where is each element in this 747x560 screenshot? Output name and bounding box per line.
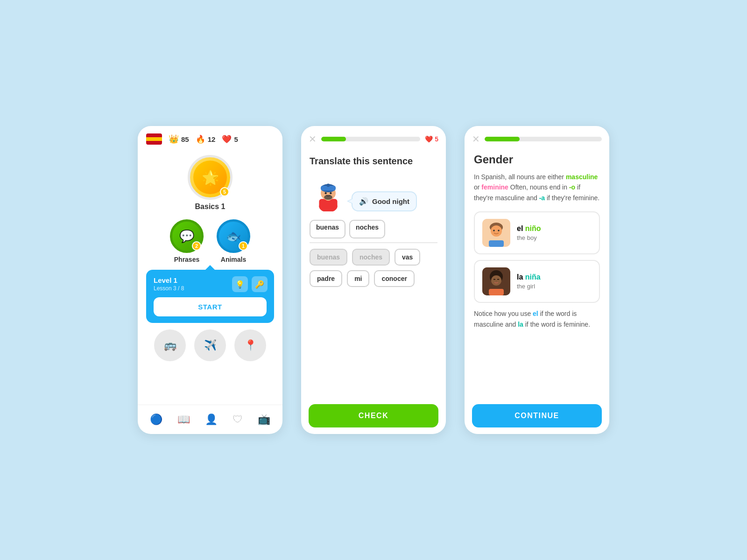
desc-text-4: if they're feminine. — [547, 194, 599, 202]
speech-text: Good night — [372, 197, 409, 205]
nav-book-icon[interactable]: 📖 — [174, 412, 194, 427]
desc-or: or — [474, 183, 481, 191]
word-chip-noches[interactable]: noches — [352, 249, 390, 266]
s1-nav: 🔵 📖 👤 🛡 📺 — [138, 405, 282, 434]
hearts-count-2: 5 — [435, 135, 438, 143]
word-chip-vas[interactable]: vas — [395, 249, 420, 266]
note-el: el — [533, 310, 538, 317]
progress-bar-fill-3 — [485, 137, 520, 141]
crown-count: 85 — [181, 135, 189, 143]
locked-circle-1: 🚌 — [154, 329, 186, 361]
character-illustration — [310, 174, 347, 211]
animals-circle[interactable]: 🐟 1 — [217, 219, 250, 253]
desc-text-2: Often, nouns end in — [510, 183, 569, 191]
basics-badge: 5 — [220, 187, 229, 196]
s2-footer: CHECK — [301, 398, 446, 434]
svg-point-8 — [330, 192, 331, 194]
locked-circles: 🚌 ✈️ 📍 — [154, 329, 266, 361]
level-icons: 💡 🔑 — [232, 276, 268, 292]
close-button-3[interactable]: ✕ — [472, 133, 480, 145]
progress-bar — [321, 137, 420, 141]
a-ending: -a — [539, 194, 545, 202]
s2-main: Translate this sentence — [301, 148, 446, 398]
volume-icon[interactable]: 🔊 — [359, 197, 368, 206]
word-chip-conocer[interactable]: conocer — [374, 270, 414, 287]
word-bank: buenas noches vas padre mi conocer — [310, 249, 437, 287]
phrases-circle[interactable]: 💬 2 — [170, 219, 204, 253]
word-chip-padre[interactable]: padre — [310, 270, 342, 287]
screen2-translate: ✕ ❤️ 5 Translate this sentence — [301, 126, 446, 434]
boy-card-text: el niño the boy — [517, 224, 592, 241]
basics-label: Basics 1 — [195, 203, 226, 211]
svg-point-9 — [324, 195, 332, 200]
screen1-home: 👑 85 🔥 12 ❤️ 5 🌟 5 Basics 1 — [138, 126, 282, 434]
nav-profile-icon[interactable]: 👤 — [201, 412, 221, 427]
girl-english: the girl — [517, 283, 592, 290]
animals-wrap: 🐟 1 Animals — [217, 219, 250, 263]
lightbulb-icon-btn[interactable]: 💡 — [232, 276, 248, 292]
answer-word-1[interactable]: buenas — [310, 220, 345, 238]
feminine-text: feminine — [481, 183, 508, 191]
phrases-badge: 2 — [192, 241, 201, 251]
crown-icon: 👑 — [169, 134, 179, 144]
speech-bubble: 🔊 Good night — [352, 191, 417, 211]
s3-main: Gender In Spanish, all nouns are either … — [465, 148, 609, 398]
boy-avatar — [482, 219, 510, 247]
phrases-wrap: 💬 2 Phrases — [170, 219, 204, 263]
heart-stat: ❤️ 5 — [222, 134, 238, 144]
basics-circle[interactable]: 🌟 5 — [188, 155, 233, 200]
note-text-3: if the word is feminine. — [523, 321, 590, 328]
hearts-badge: ❤️ 5 — [425, 135, 438, 143]
boy-nino: niño — [525, 224, 541, 232]
note-text-1: Notice how you use — [474, 310, 533, 317]
s3-footer: CONTINUE — [465, 398, 609, 434]
start-button[interactable]: START — [154, 297, 267, 316]
screen3-gender: ✕ Gender In Spanish, all nouns are eithe… — [465, 126, 609, 434]
svg-point-7 — [324, 192, 326, 194]
crown-stat: 👑 85 — [169, 134, 189, 144]
answer-word-2[interactable]: noches — [349, 220, 385, 238]
gender-note: Notice how you use el if the word is mas… — [474, 308, 600, 329]
boy-english: the boy — [517, 234, 592, 241]
svg-point-6 — [326, 183, 330, 187]
progress-bar-3 — [485, 137, 602, 141]
answer-area[interactable]: buenas noches — [310, 220, 437, 243]
locked-circle-2: ✈️ — [194, 329, 226, 361]
s3-header: ✕ — [465, 126, 609, 148]
nav-shield-icon[interactable]: 🛡 — [229, 412, 247, 427]
key-icon-btn[interactable]: 🔑 — [252, 276, 268, 292]
svg-point-14 — [498, 230, 500, 231]
progress-bar-fill — [321, 137, 346, 141]
gender-description: In Spanish, all nouns are either masculi… — [474, 172, 600, 203]
heart-icon-2: ❤️ — [425, 135, 433, 143]
spain-flag-icon — [146, 133, 162, 145]
gender-title: Gender — [474, 153, 600, 166]
girl-card-text: la niña the girl — [517, 273, 592, 290]
girl-la: la — [517, 273, 525, 281]
svg-rect-20 — [489, 289, 504, 295]
masculine-text: masculine — [566, 173, 598, 181]
s1-main: 🌟 5 Basics 1 💬 2 Phrases 🐟 1 — [138, 150, 282, 405]
word-chip-buenas[interactable]: buenas — [310, 249, 347, 266]
fire-count: 12 — [208, 135, 216, 143]
boy-card: el niño the boy — [474, 211, 600, 254]
continue-button[interactable]: CONTINUE — [472, 404, 602, 427]
hearts-count: 5 — [234, 135, 238, 143]
o-ending: -o — [569, 183, 575, 191]
translate-title: Translate this sentence — [310, 156, 437, 167]
check-button[interactable]: CHECK — [309, 404, 438, 427]
girl-spanish: la niña — [517, 273, 592, 281]
nav-tv-icon[interactable]: 📺 — [254, 412, 274, 427]
locked-circle-3: 📍 — [234, 329, 266, 361]
boy-spanish: el niño — [517, 224, 592, 233]
s2-header: ✕ ❤️ 5 — [301, 126, 446, 148]
level-box: 💡 🔑 Level 1 Lesson 3 / 8 START — [146, 270, 274, 323]
s1-header: 👑 85 🔥 12 ❤️ 5 — [138, 126, 282, 150]
fire-icon: 🔥 — [196, 134, 205, 144]
word-chip-mi[interactable]: mi — [347, 270, 369, 287]
nav-home-icon[interactable]: 🔵 — [146, 412, 166, 427]
note-la: la — [518, 321, 523, 328]
animals-badge: 1 — [239, 241, 248, 251]
close-button[interactable]: ✕ — [309, 133, 317, 145]
heart-icon: ❤️ — [222, 134, 232, 144]
